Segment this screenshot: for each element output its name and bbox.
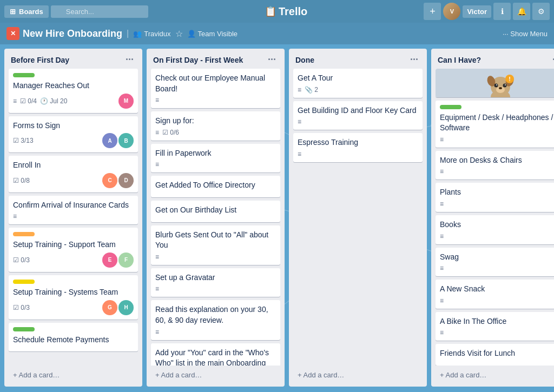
card-office-directory[interactable]: Get Added To Office Directory	[151, 176, 280, 197]
card-get-a-tour[interactable]: Get A Tour ≡ 📎 2	[293, 69, 423, 98]
card-title: Books	[440, 220, 554, 230]
svg-point-23	[496, 84, 497, 85]
add-card-button[interactable]: + Add a card…	[436, 368, 554, 382]
card-title: Blurb Gets Sent Out to "All" about You	[155, 230, 276, 251]
list-on-first-day: On First Day - First Week ··· Check out …	[147, 49, 285, 387]
card-meta: ≡	[440, 329, 554, 336]
card-avatars: G H	[102, 300, 134, 315]
card-footer: ≡ ☑ 0/4 🕐 Jul 20 M	[13, 94, 134, 109]
info-button[interactable]: ℹ	[493, 3, 511, 20]
avatar: F	[118, 253, 134, 268]
card-espresso-training[interactable]: Espresso Training ≡	[293, 133, 423, 162]
desc-badge: ≡	[440, 264, 444, 272]
card-setup-training-systems[interactable]: Setup Training - Systems Team ☑ 0/3 G H	[9, 275, 138, 320]
desc-badge: ≡	[440, 168, 444, 175]
desc-badge: ≡	[155, 328, 159, 336]
desc-badge: ≡	[298, 118, 301, 125]
desc-badge: ≡	[155, 129, 159, 136]
checklist-badge: ☑ 0/3	[13, 256, 30, 264]
visibility-item[interactable]: 👤 Team Visible	[187, 30, 238, 38]
list-done: Done ··· Get A Tour ≡ 📎 2 Get Building I…	[289, 49, 427, 387]
card-footer: ≡	[13, 212, 134, 220]
card-enroll-in[interactable]: Enroll In ☑ 0/8 C D	[9, 156, 138, 192]
checklist-badge: ☑ 0/6	[162, 129, 179, 136]
desc-badge: ≡	[440, 297, 444, 304]
show-menu-button[interactable]: ··· Show Menu	[503, 30, 548, 38]
desc-badge: ≡	[155, 253, 159, 261]
user-name[interactable]: Victor	[463, 5, 491, 18]
card-forms-to-sign[interactable]: Forms to Sign ☑ 3/13 A B	[9, 116, 138, 153]
card-blurb[interactable]: Blurb Gets Sent Out to "All" about You ≡	[151, 225, 280, 265]
card-avatars: E F	[102, 253, 134, 268]
card-read-me-first[interactable]: ! READ ME FIRST ≡	[436, 69, 554, 97]
settings-button[interactable]: ⚙	[532, 3, 550, 20]
card-more-desks[interactable]: More on Desks & Chairs ≡	[436, 151, 554, 180]
list-footer: + Add a card…	[4, 366, 142, 387]
card-meta: ≡	[155, 285, 276, 293]
card-whos-who[interactable]: Add your "You" card in the "Who's Who" l…	[151, 343, 280, 366]
card-confirm-arrival[interactable]: Confirm Arrival of Insurance Cards ≡	[9, 196, 138, 225]
card-avatars: A B	[102, 133, 134, 148]
card-setup-training-support[interactable]: Setup Training - Support Team ☑ 0/3 E F	[9, 228, 138, 272]
card-friends-lunch[interactable]: Friends Visit for Lunch	[436, 344, 554, 366]
grid-icon: ⊞	[10, 8, 16, 16]
card-schedule-remote[interactable]: Schedule Remote Payments	[9, 323, 138, 352]
card-title: Read this explanation on your 30, 60, & …	[155, 304, 276, 325]
card-bike[interactable]: A Bike In The Office ≡	[436, 312, 554, 341]
add-card-button[interactable]: + Add a card…	[293, 368, 423, 382]
list-menu-button[interactable]: ···	[550, 54, 554, 65]
due-badge: 🕐 Jul 20	[40, 97, 67, 105]
add-card-button[interactable]: + Add a card…	[9, 368, 138, 382]
list-header-can-i-have: Can I Have? ···	[431, 49, 554, 69]
card-swag[interactable]: Swag ≡	[436, 248, 554, 277]
board-title[interactable]: New Hire Onboarding	[23, 28, 122, 39]
list-can-i-have: Can I Have? ···	[431, 49, 554, 387]
card-new-snack[interactable]: A New Snack ≡	[436, 280, 554, 309]
card-sign-up-for[interactable]: Sign up for: ≡ ☑ 0/6	[151, 111, 280, 141]
desc-badge: ≡	[13, 212, 17, 220]
card-gravatar[interactable]: Set up a Gravatar ≡	[151, 268, 280, 297]
card-title: Fill in Paperwork	[155, 148, 276, 159]
star-icon[interactable]: ☆	[175, 29, 183, 39]
boards-button[interactable]: ⊞ Boards	[4, 5, 49, 18]
card-30-60-90[interactable]: Read this explanation on your 30, 60, & …	[151, 300, 280, 340]
card-title: Get on Our Birthday List	[155, 205, 276, 216]
card-employee-manual[interactable]: Check out our Employee Manual Board! ≡	[151, 69, 280, 108]
card-title: Check out our Employee Manual Board!	[155, 73, 276, 94]
card-title: Forms to Sign	[13, 121, 134, 131]
search-input[interactable]	[51, 5, 148, 18]
list-menu-button[interactable]: ···	[266, 54, 278, 65]
card-meta: ☑ 0/3	[13, 256, 30, 264]
card-plants[interactable]: Plants ≡	[436, 183, 554, 212]
card-meta: ≡	[440, 232, 554, 240]
desc-badge: ≡	[155, 96, 159, 104]
card-building-id[interactable]: Get Building ID and Floor Key Card ≡	[293, 101, 423, 130]
add-button[interactable]: +	[424, 3, 441, 20]
card-books[interactable]: Books ≡	[436, 215, 554, 244]
workspace-link[interactable]: 👥 Travidux	[133, 30, 170, 38]
avatar: M	[118, 94, 134, 109]
card-equipment[interactable]: Equipment / Desk / Headphones / Software…	[436, 101, 554, 148]
card-birthday-list[interactable]: Get on Our Birthday List	[151, 201, 280, 222]
avatar: A	[102, 133, 117, 148]
card-footer: ☑ 3/13 A B	[13, 133, 134, 148]
checklist-badge: ☑ 0/3	[13, 304, 30, 311]
list-title: Done	[295, 56, 314, 64]
trello-wordmark: Trello	[279, 5, 307, 18]
card-title: Get A Tour	[298, 73, 418, 84]
user-avatar[interactable]: V	[443, 3, 460, 20]
add-card-button[interactable]: + Add a card…	[151, 368, 280, 382]
avatar: C	[102, 173, 117, 188]
card-title: More on Desks & Chairs	[440, 155, 554, 166]
list-header-done: Done ···	[289, 49, 427, 69]
list-menu-button[interactable]: ···	[408, 54, 420, 65]
visibility-label: Team Visible	[198, 30, 238, 38]
list-menu-button[interactable]: ···	[123, 54, 136, 65]
card-manager-reaches-out[interactable]: Manager Reaches Out ≡ ☑ 0/4 🕐 Jul 20 M	[9, 69, 138, 113]
notifications-button[interactable]: 🔔	[513, 3, 530, 20]
card-footer: ☑ 0/3 G H	[13, 300, 134, 315]
desc-badge: ≡	[298, 150, 301, 158]
desc-badge: ≡	[13, 97, 17, 105]
card-fill-paperwork[interactable]: Fill in Paperwork ≡	[151, 144, 280, 173]
workspace-name: Travidux	[144, 30, 170, 38]
